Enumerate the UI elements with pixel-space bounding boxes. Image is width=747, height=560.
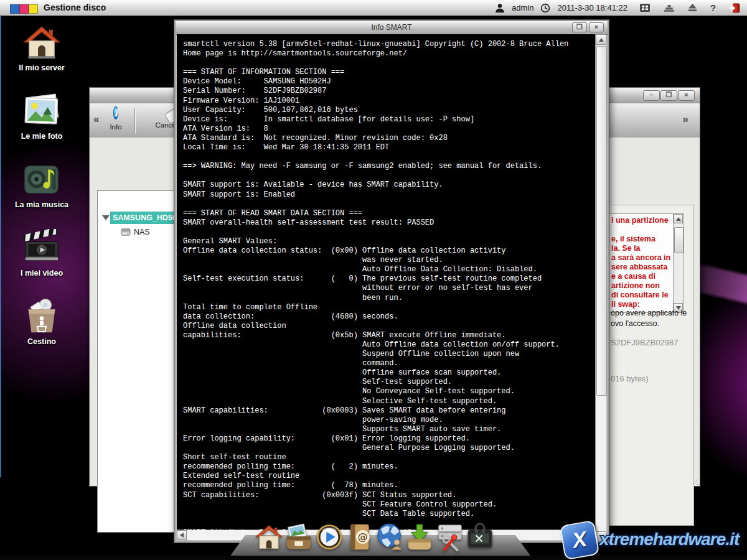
dock-photos[interactable] — [284, 523, 313, 551]
dock-address-book[interactable]: @ — [345, 523, 374, 551]
smart-window-title: Info SMART — [176, 21, 608, 34]
home-icon — [22, 24, 61, 61]
terminal-text: smartctl version 5.38 [armv5tel-redhat-l… — [177, 34, 596, 532]
desktop-icon-trash[interactable]: Cestino — [7, 297, 76, 346]
smartctl-terminal-output: smartctl version 5.38 [armv5tel-redhat-l… — [177, 34, 596, 532]
photo-box-icon — [284, 523, 313, 551]
scrollbar-thumb[interactable] — [674, 227, 684, 253]
desktop-icon-label: La mia musica — [7, 200, 76, 209]
tree-item-label: NAS — [134, 228, 150, 236]
network-globe-icon — [375, 523, 404, 551]
tree-expander-icon[interactable] — [102, 215, 110, 220]
system-datetime: 2011-3-30 18:41:22 — [557, 3, 627, 12]
dock-network-browser[interactable] — [375, 523, 404, 551]
smart-window-titlebar[interactable]: Info SMART ❐ × — [176, 21, 608, 35]
dock-disk-utility[interactable] — [436, 523, 464, 551]
logo-square-blue — [10, 4, 19, 14]
dock-downloads[interactable] — [405, 523, 434, 551]
dock-media-player[interactable] — [315, 523, 344, 551]
scrollbar-thumb[interactable] — [596, 46, 607, 396]
app-logo — [10, 3, 38, 14]
desktop-icon-label: Cestino — [7, 337, 76, 346]
downloads-icon — [405, 523, 434, 551]
maximize-button[interactable]: ❐ — [660, 90, 677, 101]
dock-home[interactable] — [255, 523, 283, 551]
photos-icon — [22, 92, 61, 129]
user-icon — [495, 3, 505, 13]
scroll-left-icon[interactable] — [177, 530, 187, 540]
warning-line: a sarà ancora in — [611, 253, 681, 263]
capacity-value: 016 bytes) — [611, 374, 649, 383]
scroll-up-icon[interactable] — [596, 34, 606, 45]
xtremehardware-logo-icon: X — [560, 520, 600, 560]
expand-chevron-icon[interactable]: » — [683, 113, 688, 126]
desktop-icon-my-server[interactable]: Il mio server — [7, 24, 76, 72]
warning-line: ia. Se la — [611, 244, 681, 253]
info-button[interactable]: i Info — [102, 105, 129, 131]
site-watermark: X xtremehardware.it — [556, 521, 747, 559]
desktop-icon-my-music[interactable]: La mia musica — [7, 161, 76, 209]
smart-info-window: Info SMART ❐ × smartctl version 5.38 [ar… — [174, 20, 609, 543]
desktop: Gestione disco admin 2011-3-30 18:41:22 … — [0, 0, 747, 560]
desktop-icon-label: Il mio server — [7, 63, 76, 72]
levels-icon[interactable] — [664, 4, 675, 12]
close-button[interactable]: × — [589, 22, 604, 32]
collapse-chevron-icon[interactable]: « — [93, 113, 99, 126]
logo-square-yellow — [29, 4, 38, 14]
vertical-scrollbar[interactable] — [595, 34, 606, 542]
desktop-icon-label: Le mie foto — [7, 132, 76, 141]
maximize-button[interactable]: ❐ — [572, 22, 587, 32]
hard-disk-icon — [121, 228, 131, 236]
desktop-icon-my-photos[interactable]: Le mie foto — [7, 92, 76, 141]
logout-icon[interactable] — [729, 3, 740, 13]
warning-line: e a causa di — [611, 272, 681, 281]
desktop-icon-my-videos[interactable]: I miei video — [7, 229, 76, 278]
toolbox-icon — [466, 523, 494, 551]
apply-note-text: opo avere applicato le ovo l'accesso. — [611, 308, 687, 329]
tree-item-partition[interactable]: NAS — [121, 226, 150, 238]
warning-line: artizione non — [611, 281, 681, 291]
desktop-icon-label: I miei video — [7, 269, 76, 278]
address-book-icon: @ — [345, 523, 374, 551]
warning-line: e, il sistema — [611, 235, 681, 244]
watermark-text: xtremehardware.it — [599, 530, 739, 549]
logged-in-user: admin — [512, 3, 533, 12]
serial-number-value: S2DFJ9BZB02987 — [611, 338, 678, 347]
scroll-up-icon[interactable] — [674, 214, 683, 223]
warning-line: di consultare le — [611, 291, 681, 300]
music-icon — [22, 161, 61, 198]
page-title: Gestione disco — [44, 2, 106, 12]
eject-icon[interactable] — [688, 4, 697, 12]
info-button-label: Info — [102, 123, 129, 131]
svg-text:@: @ — [358, 531, 368, 543]
toolbar-separator — [134, 108, 136, 133]
top-menubar: Gestione disco admin 2011-3-30 18:41:22 … — [0, 0, 747, 16]
warning-line: i una partizione — [611, 216, 681, 225]
dock-toolbox[interactable] — [466, 523, 494, 551]
clock-icon — [540, 3, 550, 13]
info-icon: i — [113, 106, 118, 119]
screen-edge-line — [0, 16, 1, 477]
warning-scrollbar[interactable] — [673, 214, 684, 312]
windows-grid-icon[interactable] — [639, 3, 651, 12]
disk-utility-icon — [436, 523, 464, 551]
media-player-icon — [315, 523, 344, 551]
close-button[interactable]: × — [678, 90, 695, 101]
minimize-button[interactable]: – — [643, 90, 660, 101]
warning-line: sere abbassata — [611, 263, 681, 272]
home-icon — [255, 523, 283, 551]
help-icon[interactable]: ? — [710, 2, 716, 13]
trash-icon — [22, 297, 61, 335]
videos-icon — [22, 229, 61, 266]
logo-square-magenta — [19, 4, 29, 14]
